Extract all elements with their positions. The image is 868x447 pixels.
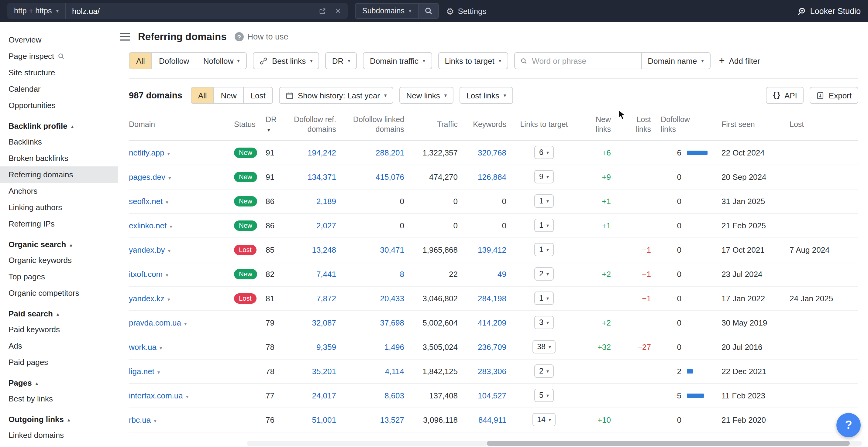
domain-link[interactable]: exlinko.net [129, 221, 166, 230]
lost-links-dropdown[interactable]: Lost links ▾ [460, 87, 513, 104]
api-button[interactable]: {} API [766, 87, 804, 104]
dofollow-ref-domains-link[interactable]: 2,189 [316, 197, 336, 206]
keywords-link[interactable]: 284,198 [478, 294, 506, 303]
dr-filter-button[interactable]: DR ▾ [326, 52, 357, 69]
domain-caret-icon[interactable]: ▾ [168, 247, 171, 253]
new-links-link[interactable]: +10 [597, 415, 611, 424]
new-links-link[interactable]: +32 [597, 342, 611, 351]
sidebar-item-opportunities[interactable]: Opportunities [0, 97, 118, 113]
dofollow-ref-domains-link[interactable]: 2,027 [316, 221, 336, 230]
sidebar-item-referring-domains[interactable]: Referring domains [0, 166, 118, 183]
domain-link[interactable]: yandex.kz [129, 294, 164, 303]
dofollow-ref-domains-link[interactable]: 7,872 [316, 294, 336, 303]
dofollow-linked-domains-link[interactable]: 13,527 [380, 415, 404, 424]
sidebar-item-referring-ips[interactable]: Referring IPs [0, 216, 118, 232]
domain-caret-icon[interactable]: ▾ [168, 175, 171, 181]
column-header-links-to-target[interactable]: Links to target [511, 111, 577, 140]
segment-dofollow[interactable]: Dofollow [152, 53, 196, 69]
column-header-keywords[interactable]: Keywords [463, 111, 511, 140]
domain-caret-icon[interactable]: ▾ [160, 345, 162, 351]
sidebar-section-header-outgoing-links[interactable]: Outgoing links▴ [0, 407, 118, 427]
dofollow-linked-domains-link[interactable]: 4,114 [385, 367, 404, 376]
new-links-link[interactable]: +2 [602, 269, 611, 278]
keywords-link[interactable]: 283,306 [478, 367, 506, 376]
dofollow-ref-domains-link[interactable]: 134,371 [308, 172, 336, 181]
new-links-link[interactable]: +2 [602, 318, 611, 327]
new-links-link[interactable]: +1 [602, 197, 611, 206]
domain-caret-icon[interactable]: ▾ [166, 199, 168, 205]
links-to-target-dropdown[interactable]: 1▾ [534, 219, 554, 232]
add-filter-button[interactable]: + Add filter [717, 56, 763, 66]
domain-caret-icon[interactable]: ▾ [184, 320, 187, 326]
lost-links-link[interactable]: −1 [642, 269, 651, 278]
protocol-dropdown[interactable]: http + https ▾ [7, 3, 66, 19]
links-to-target-dropdown[interactable]: 14▾ [532, 413, 556, 426]
new-links-dropdown[interactable]: New links ▾ [400, 87, 454, 104]
lost-links-link[interactable]: −1 [642, 245, 651, 254]
links-to-target-dropdown[interactable]: 6▾ [534, 146, 554, 159]
domain-caret-icon[interactable]: ▾ [186, 393, 189, 399]
dofollow-ref-domains-link[interactable]: 194,242 [308, 148, 336, 157]
new-links-link[interactable]: +9 [602, 172, 611, 181]
sidebar-item-anchors[interactable]: Anchors [0, 183, 118, 199]
domain-link[interactable]: liga.net [129, 367, 154, 376]
domain-caret-icon[interactable]: ▾ [154, 417, 157, 424]
export-button[interactable]: Export [810, 87, 858, 104]
domain-caret-icon[interactable]: ▾ [157, 369, 160, 375]
dofollow-ref-domains-link[interactable]: 32,087 [312, 318, 336, 327]
sidebar-section-header-backlink-profile[interactable]: Backlink profile▴ [0, 113, 118, 134]
links-to-target-dropdown[interactable]: 1▾ [534, 194, 554, 208]
open-external-icon[interactable] [315, 4, 330, 18]
domain-caret-icon[interactable]: ▾ [167, 150, 170, 157]
keywords-link[interactable]: 104,527 [478, 391, 506, 400]
sidebar-item-linking-authors[interactable]: Linking authors [0, 199, 118, 216]
sidebar-item-ads[interactable]: Ads [0, 338, 118, 354]
domain-caret-icon[interactable]: ▾ [166, 272, 168, 278]
links-to-target-dropdown[interactable]: 38▾ [532, 340, 556, 353]
keywords-link[interactable]: 139,412 [478, 245, 506, 254]
scope-dropdown[interactable]: Subdomains ▾ [355, 4, 418, 18]
sidebar-item-linked-domains[interactable]: Linked domains [0, 427, 118, 443]
segment-nofollow[interactable]: Nofollow▾ [196, 53, 246, 69]
links-to-target-filter-button[interactable]: Links to target ▾ [438, 52, 508, 69]
looker-studio-brand[interactable]: Looker Studio [797, 6, 861, 15]
search-button[interactable] [418, 4, 438, 18]
lost-links-link[interactable]: −27 [638, 342, 651, 351]
keywords-link[interactable]: 844,911 [478, 415, 506, 424]
target-url-input[interactable] [66, 3, 315, 19]
sidebar-item-paid-pages[interactable]: Paid pages [0, 354, 118, 371]
sidebar-item-page-inspect[interactable]: Page inspect [0, 48, 118, 64]
domain-link[interactable]: interfax.com.ua [129, 391, 183, 400]
domain-caret-icon[interactable]: ▾ [169, 223, 172, 229]
domain-link[interactable]: pages.dev [129, 172, 165, 181]
sidebar-item-organic-competitors[interactable]: Organic competitors [0, 285, 118, 301]
sidebar-item-backlinks[interactable]: Backlinks [0, 134, 118, 150]
lost-links-link[interactable]: −1 [642, 294, 651, 303]
links-to-target-dropdown[interactable]: 1▾ [534, 291, 554, 305]
domain-link[interactable]: yandex.by [129, 245, 165, 254]
scrollbar-thumb[interactable] [487, 441, 849, 446]
keywords-link[interactable]: 236,709 [478, 342, 506, 351]
dofollow-linked-domains-link[interactable]: 8 [400, 269, 404, 278]
dofollow-linked-domains-link[interactable]: 20,433 [380, 294, 404, 303]
dofollow-linked-domains-link[interactable]: 288,201 [376, 148, 404, 157]
word-or-phrase-input[interactable] [531, 56, 636, 66]
settings-button[interactable]: ⚙ Settings [446, 6, 487, 15]
sidebar-item-site-structure[interactable]: Site structure [0, 64, 118, 81]
hamburger-menu-icon[interactable] [120, 33, 130, 41]
help-fab-button[interactable]: ? [836, 413, 861, 437]
column-header-status[interactable]: Status [229, 111, 261, 140]
domain-link[interactable]: itxoft.com [129, 269, 163, 278]
links-to-target-dropdown[interactable]: 2▾ [534, 267, 554, 281]
dofollow-ref-domains-link[interactable]: 51,001 [312, 415, 336, 424]
links-to-target-dropdown[interactable]: 9▾ [534, 170, 554, 183]
domain-link[interactable]: pravda.com.ua [129, 318, 181, 327]
dofollow-linked-domains-link[interactable]: 37,698 [380, 318, 404, 327]
domain-link[interactable]: netlify.app [129, 148, 164, 157]
column-header-first-seen[interactable]: First seen [717, 111, 785, 140]
dofollow-ref-domains-link[interactable]: 13,248 [312, 245, 336, 254]
dofollow-ref-domains-link[interactable]: 24,017 [312, 391, 336, 400]
links-to-target-dropdown[interactable]: 1▾ [534, 243, 554, 256]
segment-status-lost[interactable]: Lost [243, 88, 272, 103]
dofollow-linked-domains-link[interactable]: 30,471 [380, 245, 404, 254]
